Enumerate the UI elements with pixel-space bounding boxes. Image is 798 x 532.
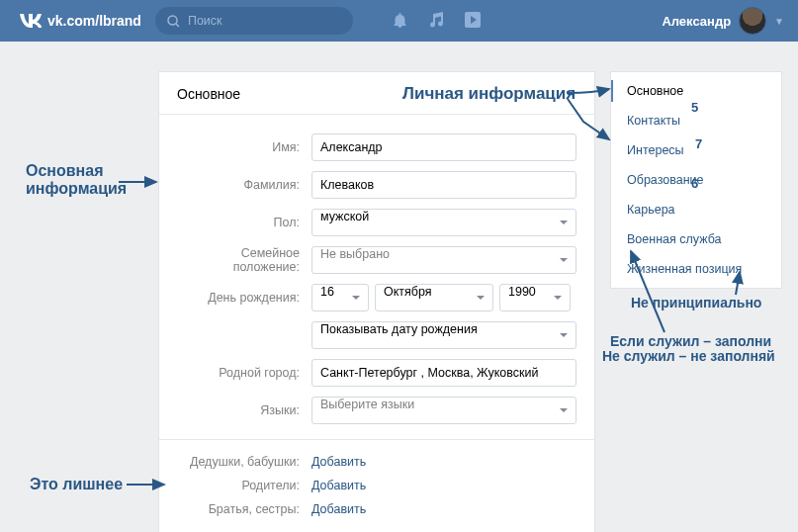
label-hometown: Родной город: — [177, 366, 311, 380]
label-gender: Пол: — [177, 216, 311, 229]
header-url: vk.com/lbrand — [47, 13, 141, 29]
marital-select[interactable]: Не выбрано — [311, 246, 576, 274]
add-siblings-link[interactable]: Добавить — [311, 502, 366, 516]
annotation-extra: Это лишнее — [30, 476, 123, 493]
add-parents-link[interactable]: Добавить — [311, 479, 366, 492]
username: Александр — [662, 14, 731, 29]
card-title: Основное — [159, 72, 594, 115]
birthday-day-select[interactable]: 16 — [311, 284, 369, 311]
label-birthday: День рождения: — [177, 291, 311, 305]
header-icons — [393, 12, 481, 31]
gender-select[interactable]: мужской — [311, 209, 576, 236]
divider — [159, 439, 594, 440]
bell-icon[interactable] — [393, 12, 407, 31]
label-siblings: Братья, сестры: — [177, 502, 311, 516]
annotation-military-1: Если служил – заполни — [610, 333, 771, 349]
search-box[interactable] — [155, 7, 353, 35]
label-grandparents: Дедушки, бабушки: — [177, 455, 311, 469]
label-marital: Семейное положение: — [177, 246, 311, 274]
tab-life-position[interactable]: Жизненная позиция — [611, 254, 781, 284]
languages-select[interactable]: Выберите языки — [311, 397, 576, 424]
hometown-input[interactable] — [311, 359, 576, 387]
profile-form-card: Основное Имя: Фамилия: Пол: мужской Семе… — [158, 71, 595, 532]
label-surname: Фамилия: — [177, 178, 311, 192]
tab-career[interactable]: Карьера — [611, 195, 781, 224]
annotation-not-important: Не принципиально — [631, 295, 761, 310]
svg-point-0 — [168, 16, 177, 25]
tab-education[interactable]: Образование — [611, 165, 781, 195]
user-menu[interactable]: Александр ▼ — [662, 7, 784, 35]
birthday-year-select[interactable]: 1990 — [499, 284, 571, 311]
surname-input[interactable] — [311, 171, 576, 199]
annotation-main-info: Основная информация — [26, 162, 144, 198]
tab-main[interactable]: Основное — [611, 76, 781, 106]
label-name: Имя: — [177, 140, 311, 154]
birthday-visibility-select[interactable]: Показывать дату рождения — [311, 321, 576, 349]
sidebar: Основное Контакты Интересы Образование К… — [610, 71, 782, 289]
avatar — [739, 7, 766, 35]
tab-military[interactable]: Военная служба — [611, 224, 781, 254]
name-input[interactable] — [311, 133, 576, 161]
birthday-month-select[interactable]: Октября — [375, 284, 493, 311]
tab-interests[interactable]: Интересы — [611, 135, 781, 165]
vk-header: vk.com/lbrand Александр ▼ — [0, 0, 798, 42]
label-languages: Языки: — [177, 403, 311, 417]
svg-line-1 — [176, 24, 179, 27]
search-input[interactable] — [188, 14, 336, 28]
annotation-military-2: Не служил – не заполняй — [602, 348, 775, 364]
vk-icon — [18, 14, 42, 28]
tab-contacts[interactable]: Контакты — [611, 106, 781, 135]
search-icon — [167, 15, 180, 28]
music-icon[interactable] — [429, 12, 443, 31]
label-parents: Родители: — [177, 479, 311, 492]
chevron-down-icon: ▼ — [774, 16, 784, 27]
add-grandparents-link[interactable]: Добавить — [311, 455, 366, 469]
vk-logo[interactable]: vk.com/lbrand — [18, 13, 141, 29]
play-box-icon[interactable] — [465, 12, 481, 31]
